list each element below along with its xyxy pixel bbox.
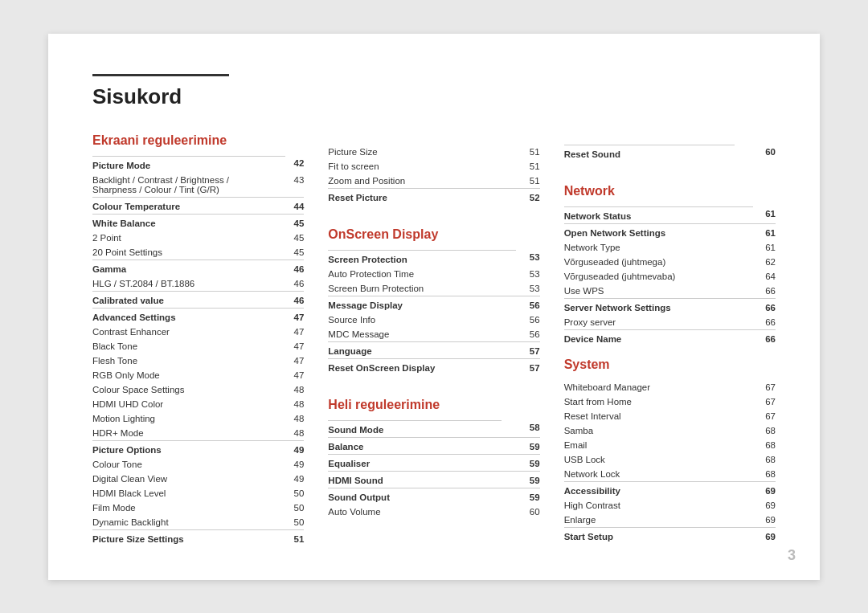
list-item: Reset Sound60 — [564, 145, 776, 161]
toc-item-page: 68 — [747, 452, 776, 467]
list-item: Calibrated value46 — [92, 291, 304, 308]
section-ekraani-title: Ekraani reguleerimine — [92, 133, 304, 148]
toc-item-label: Start Setup — [564, 527, 747, 544]
list-item: White Balance45 — [92, 214, 304, 231]
toc-item-page: 48 — [285, 397, 305, 411]
list-item: Screen Burn Protection53 — [328, 281, 539, 296]
list-item: Picture Options49 — [92, 440, 304, 457]
column-3: Reset Sound60 Network Network Status61Op… — [564, 133, 776, 546]
toc-item-label: Accessibility — [564, 481, 747, 498]
toc-item-page: 57 — [516, 358, 540, 375]
list-item: Equaliser59 — [328, 454, 539, 471]
toc-item-label: Auto Volume — [328, 505, 502, 519]
toc-item-label: Võrguseaded (juhtmevaba) — [564, 269, 753, 284]
toc-item-page: 47 — [285, 368, 305, 382]
toc-item-label: Contrast Enhancer — [92, 325, 285, 339]
toc-item-label: Reset Picture — [328, 188, 508, 205]
list-item: Fit to screen51 — [328, 159, 539, 174]
toc-item-label: Dynamic Backlight — [92, 515, 285, 530]
page-title: Sisukord — [92, 84, 776, 109]
list-item: Võrguseaded (juhtmevaba)64 — [564, 269, 776, 284]
toc-item-page: 53 — [516, 281, 540, 296]
toc-item-page: 67 — [747, 394, 776, 409]
title-bar — [92, 74, 229, 76]
toc-item-page: 68 — [747, 438, 776, 452]
toc-item-page: 48 — [285, 382, 305, 397]
toc-item-page: 45 — [285, 245, 305, 260]
list-item: Source Info56 — [328, 313, 539, 327]
toc-item-label: Start from Home — [564, 394, 747, 409]
list-item: Flesh Tone47 — [92, 353, 304, 368]
toc-item-page: 68 — [747, 423, 776, 438]
list-item: Balance59 — [328, 437, 539, 454]
col3-top-table: Reset Sound60 — [564, 145, 776, 161]
toc-item-page: 69 — [747, 513, 776, 528]
toc-item-page: 61 — [753, 206, 776, 223]
toc-item-page: 57 — [516, 341, 540, 358]
toc-item-label: Advanced Settings — [92, 308, 285, 325]
list-item: Network Lock68 — [564, 467, 776, 482]
toc-item-page: 60 — [502, 505, 539, 519]
list-item: HLG / ST.2084 / BT.188646 — [92, 276, 304, 292]
list-item: Black Tone47 — [92, 339, 304, 353]
list-item: RGB Only Mode47 — [92, 368, 304, 382]
toc-item-page: 64 — [753, 269, 776, 284]
list-item: Film Mode50 — [92, 501, 304, 515]
toc-item-label: Film Mode — [92, 501, 285, 515]
toc-item-label: Samba — [564, 423, 747, 438]
toc-item-label: Network Lock — [564, 467, 747, 482]
column-2: Picture Size51Fit to screen51Zoom and Po… — [328, 133, 563, 546]
toc-item-page: 59 — [502, 437, 539, 454]
list-item: Network Type61 — [564, 240, 776, 255]
toc-item-page: 66 — [753, 329, 776, 346]
toc-item-label: Source Info — [328, 313, 516, 327]
toc-item-page: 49 — [285, 440, 305, 457]
list-item: Digital Clean View49 — [92, 472, 304, 486]
list-item: Reset OnScreen Display57 — [328, 358, 539, 375]
toc-item-label: Device Name — [564, 329, 753, 346]
toc-item-label: Auto Protection Time — [328, 267, 516, 281]
list-item: Device Name66 — [564, 329, 776, 346]
toc-item-label: Picture Size — [328, 145, 508, 159]
toc-item-label: Colour Space Settings — [92, 382, 285, 397]
toc-item-label: Picture Mode — [92, 156, 285, 173]
list-item: USB Lock68 — [564, 452, 776, 467]
toc-item-page: 42 — [285, 156, 305, 173]
list-item: Võrguseaded (juhtmega)62 — [564, 255, 776, 269]
toc-item-page: 59 — [502, 454, 539, 471]
list-item: Use WPS66 — [564, 284, 776, 299]
toc-item-label: Colour Temperature — [92, 197, 285, 214]
toc-item-page: 47 — [285, 325, 305, 339]
toc-item-page: 61 — [753, 223, 776, 240]
toc-item-page: 47 — [285, 339, 305, 353]
toc-item-page: 66 — [753, 298, 776, 315]
toc-item-label: Message Display — [328, 296, 516, 313]
list-item: Sound Output59 — [328, 488, 539, 505]
list-item: Network Status61 — [564, 206, 776, 223]
toc-item-label: White Balance — [92, 214, 285, 231]
list-item: Accessibility69 — [564, 481, 776, 498]
col2-top-table: Picture Size51Fit to screen51Zoom and Po… — [328, 145, 539, 205]
toc-item-page: 49 — [285, 457, 305, 472]
list-item: Picture Size51 — [328, 145, 539, 159]
toc-item-label: Whiteboard Manager — [564, 380, 747, 394]
toc-item-label: MDC Message — [328, 327, 516, 342]
list-item: Start from Home67 — [564, 394, 776, 409]
list-item: MDC Message56 — [328, 327, 539, 342]
toc-item-page: 47 — [285, 353, 305, 368]
toc-item-page: 53 — [516, 267, 540, 281]
toc-item-page: 50 — [285, 486, 305, 501]
toc-item-label: Open Network Settings — [564, 223, 753, 240]
list-item: Message Display56 — [328, 296, 539, 313]
list-item: Picture Size Settings51 — [92, 529, 304, 546]
list-item: Auto Volume60 — [328, 505, 539, 519]
toc-item-label: Sound Mode — [328, 420, 502, 437]
toc-item-page: 50 — [285, 515, 305, 530]
toc-item-page: 44 — [285, 197, 305, 214]
ekraani-table: Picture Mode42Backlight / Contrast / Bri… — [92, 156, 304, 546]
toc-item-page: 52 — [508, 188, 539, 205]
toc-item-page: 51 — [508, 159, 539, 174]
toc-item-page: 66 — [753, 315, 776, 330]
toc-item-label: HDMI UHD Color — [92, 397, 285, 411]
toc-item-label: HDMI Sound — [328, 471, 502, 488]
